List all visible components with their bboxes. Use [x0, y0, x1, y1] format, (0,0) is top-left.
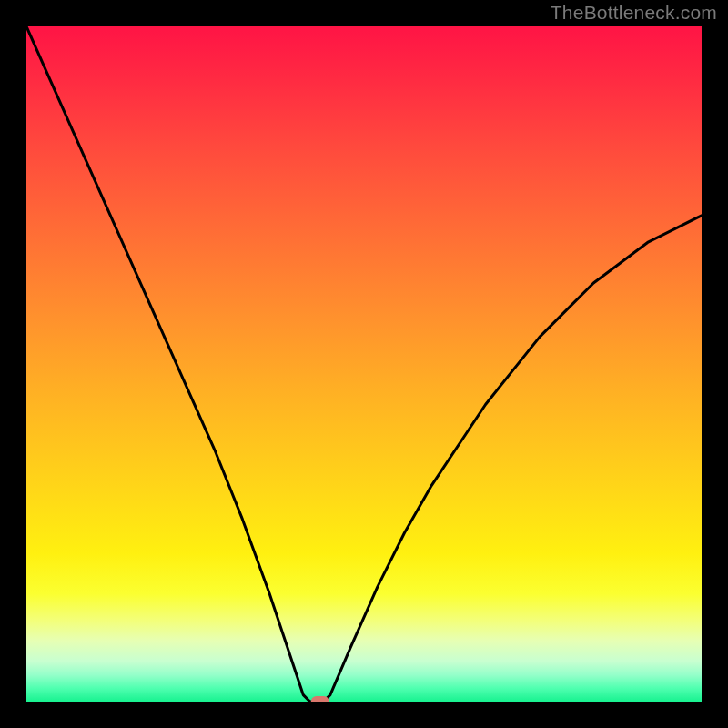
chart-frame: TheBottleneck.com	[0, 0, 728, 728]
bottleneck-curve	[26, 26, 702, 702]
plot-area	[26, 26, 702, 702]
watermark-text: TheBottleneck.com	[551, 2, 717, 24]
curve-layer	[26, 26, 702, 702]
optimum-marker	[311, 696, 329, 702]
